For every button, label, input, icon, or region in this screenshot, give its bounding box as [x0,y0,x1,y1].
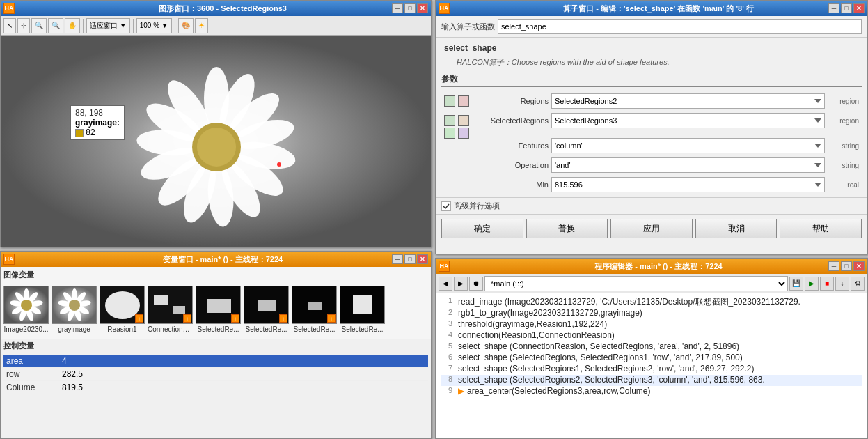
advanced-checkbox[interactable] [441,201,451,211]
param-select-min[interactable]: 815.596 [551,177,825,192]
code-line-9: 9 ▶ area_center(SelectedRegions3,area,ro… [441,386,862,397]
editor-back-btn[interactable]: ◀ [439,277,452,291]
zoom-out-tool[interactable]: 🔍 [48,18,63,33]
pixel-tooltip: 88, 198 grayimage: 82 [70,105,125,140]
param-select-operation[interactable]: 'and' [551,157,825,173]
calc-input-field[interactable] [498,19,862,34]
line-content-6: select_shape (SelectedRegions, SelectedR… [458,353,862,362]
editor-minimize-btn[interactable]: ─ [828,261,839,271]
thumb-sel3-label: SelectedRe... [293,325,335,333]
editor-stop-btn[interactable]: ■ [820,277,834,291]
calc-minimize-btn[interactable]: ─ [828,3,839,13]
zoom-in-tool[interactable]: 🔍 [31,18,47,33]
var-value-area: 4 [59,355,428,368]
thumb-image-label: Image20230... [4,325,49,333]
cancel-btn[interactable]: 取消 [695,219,778,238]
line-num-5: 5 [441,341,452,350]
hand-tool[interactable]: ✋ [65,18,80,33]
thumb-sel1-badge: i [231,314,239,323]
line-content-9: area_center(SelectedRegions3,area,row,Co… [467,386,862,396]
thumb-item-image[interactable]: Image20230... [3,286,49,333]
param-label-regions: Regions [472,97,549,105]
replace-btn[interactable]: 普换 [526,219,608,238]
tooltip-coord: 88, 198 [75,108,120,118]
thumb-item-sel4[interactable]: SelectedRe... [340,286,385,333]
close-btn[interactable]: ✕ [417,3,428,13]
maximize-btn[interactable]: □ [404,3,416,13]
param-select-regions[interactable]: SelectedRegions2 [551,93,825,109]
editor-dropdown[interactable]: *main (:::) [484,276,788,291]
thumb-conn-badge: i [183,314,191,323]
var-close-btn[interactable]: ✕ [417,254,428,264]
calc-maximize-btn[interactable]: □ [841,3,852,13]
tooltip-value-row: 82 [75,128,120,137]
thumb-item-sel2[interactable]: i SelectedRe... [244,286,289,333]
thumb-sel3-box: i [292,286,337,324]
svg-rect-44 [173,306,185,314]
line-content-4: connection(Reasion1,ConnectionReasion) [458,330,862,340]
var-row-row[interactable]: row 282.5 [3,368,428,381]
thumb-item-sel1[interactable]: i SelectedRe... [196,286,241,333]
confirm-btn[interactable]: 确定 [441,219,523,238]
var-row-colume[interactable]: Colume 819.5 [3,381,428,394]
thumb-item-connection[interactable]: i ConnectionR... [148,286,193,333]
svg-rect-46 [207,299,231,313]
editor-record-btn[interactable]: ⏺ [469,277,483,291]
thumb-gray-box [52,286,97,324]
thumb-region1-badge: i [135,314,143,323]
variables-table: area 4 row 282.5 Colume 819.5 [3,355,428,394]
image-vars-label: 图像变量 [3,270,428,280]
toolbar-sep1 [83,19,84,33]
param-select-features[interactable]: 'column' [551,138,825,153]
param-type-regions: region [828,98,859,105]
variable-window-controls: ─ □ ✕ [392,254,428,264]
editor-code-area[interactable]: 1 read_image (Image20230321132729, 'C:/U… [436,293,867,438]
thumb-item-region1[interactable]: i Reasion1 [100,286,145,333]
image-display-area[interactable]: 88, 198 grayimage: 82 [1,36,431,247]
thumb-item-gray[interactable]: grayimage [52,286,97,333]
thumb-item-sel3[interactable]: i SelectedRe... [292,286,337,333]
editor-forward-btn[interactable]: ▶ [454,277,468,291]
editor-settings-btn[interactable]: ⚙ [851,277,865,291]
calc-button-row: 确定 普换 应用 取消 帮助 [436,214,867,242]
image-window: HA 图形窗口：3600 - SelectedRegions3 ─ □ ✕ ↖ … [0,0,432,247]
editor-maximize-btn[interactable]: □ [841,261,852,271]
editor-save-btn[interactable]: 💾 [789,277,803,291]
var-row-area[interactable]: area 4 [3,355,428,368]
param-row-empty [441,130,862,136]
var-maximize-btn[interactable]: □ [404,254,416,264]
editor-run-btn[interactable]: ▶ [805,277,819,291]
code-line-6: 6 select_shape (SelectedRegions, Selecte… [441,353,862,364]
thumb-connection-box: i [148,286,193,324]
editor-step-btn[interactable]: ↓ [835,277,849,291]
calc-close-btn[interactable]: ✕ [853,3,865,13]
editor-ha-logo: HA [439,261,450,272]
zoom-level-btn[interactable]: 100 % ▼ [136,18,172,33]
calc-halcon-desc: HALCON算子：Choose regions with the aid of … [436,56,867,73]
thumb-gray-label: grayimage [58,325,90,333]
editor-title: 程序编辑器 - main* () - 主线程：7224 [452,261,865,272]
extra-tool[interactable]: ☀ [195,18,208,33]
editor-close-btn[interactable]: ✕ [853,261,865,271]
calc-func-name: select_shape [436,38,867,56]
pointer-tool[interactable]: ↖ [3,18,16,33]
apply-btn[interactable]: 应用 [610,219,693,238]
param-select-sr[interactable]: SelectedRegions3 [551,113,825,128]
help-btn[interactable]: 帮助 [780,219,862,238]
tooltip-value: 82 [86,128,95,137]
thumb-sel4-box [340,286,385,324]
svg-point-39 [69,300,80,311]
tooltip-label: grayimage: [75,118,120,128]
fit-window-btn[interactable]: 适应窗口 ▼ [86,18,130,33]
line-content-3: threshold(grayimage,Reasion1,192,224) [458,319,862,329]
svg-point-16 [197,128,236,167]
editor-titlebar: HA 程序编辑器 - main* () - 主线程：7224 ─ □ ✕ [436,259,867,274]
minimize-btn[interactable]: ─ [392,3,403,13]
color-tool[interactable]: 🎨 [178,18,194,33]
params-container: Regions SelectedRegions2 region Selected… [441,91,862,194]
image-toolbar: ↖ ⊹ 🔍 🔍 ✋ 适应窗口 ▼ 100 % ▼ 🎨 ☀ [1,16,431,36]
select-tool[interactable]: ⊹ [17,18,30,33]
var-minimize-btn[interactable]: ─ [392,254,403,264]
param-type-min: real [828,181,859,189]
thumb-sel2-box: i [244,286,289,324]
